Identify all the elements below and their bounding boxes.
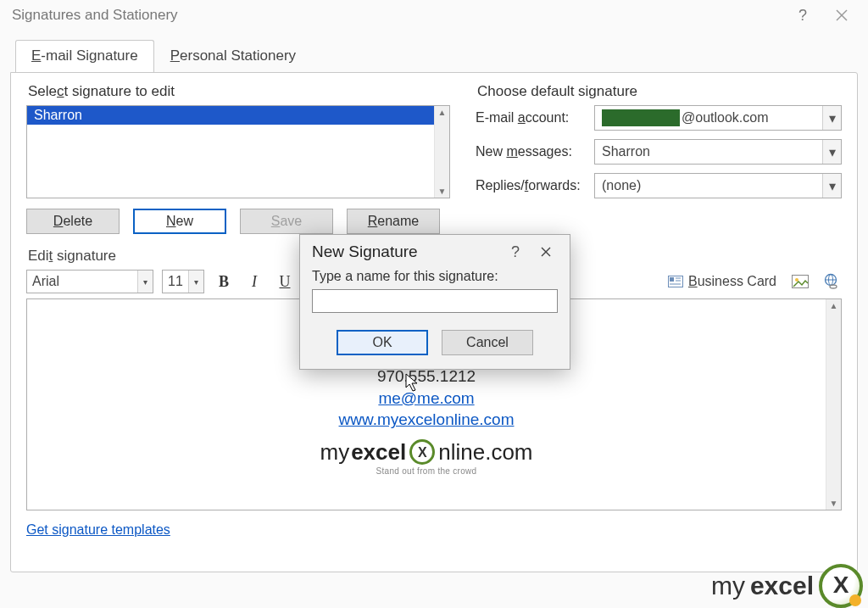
close-button[interactable] bbox=[822, 2, 861, 29]
get-templates-link[interactable]: Get signature templates bbox=[26, 522, 170, 537]
cancel-button[interactable]: Cancel bbox=[442, 330, 533, 355]
globe-link-icon bbox=[822, 273, 839, 290]
ok-button[interactable]: OK bbox=[337, 330, 428, 355]
chevron-down-icon[interactable]: ▾ bbox=[188, 271, 203, 293]
email-account-label: E-mail account: bbox=[476, 110, 586, 126]
dialog-prompt: Type a name for this signature: bbox=[312, 269, 558, 284]
chevron-down-icon[interactable]: ▾ bbox=[822, 140, 841, 164]
new-signature-dialog: New Signature ? Type a name for this sig… bbox=[299, 234, 570, 370]
tab-personal-stationery[interactable]: Personal Stationery bbox=[154, 40, 312, 73]
font-family-value: Arial bbox=[32, 274, 59, 289]
replies-forwards-label: Replies/forwards: bbox=[476, 178, 586, 193]
insert-hyperlink-button[interactable] bbox=[820, 271, 842, 293]
select-signature-label: Select signature to edit bbox=[28, 83, 450, 100]
signatures-window: Signatures and Stationery ? E-mail Signa… bbox=[0, 0, 868, 608]
titlebar: Signatures and Stationery ? bbox=[0, 0, 868, 31]
list-item[interactable]: Sharron bbox=[27, 106, 434, 125]
business-card-icon bbox=[668, 276, 683, 287]
email-account-combo[interactable]: @outlook.com ▾ bbox=[594, 105, 842, 131]
logo-right: nline.com bbox=[438, 438, 532, 467]
new-button[interactable]: New bbox=[133, 209, 226, 234]
listbox-scrollbar[interactable]: ▲ ▼ bbox=[434, 106, 449, 198]
help-button[interactable]: ? bbox=[783, 2, 822, 29]
new-messages-combo[interactable]: Sharron ▾ bbox=[594, 139, 842, 165]
editor-scrollbar[interactable]: ▲ ▼ bbox=[826, 299, 841, 510]
business-card-label: Business Card bbox=[688, 274, 776, 289]
tabstrip: E-mail Signature Personal Stationery bbox=[0, 39, 868, 72]
email-account-value: @outlook.com bbox=[682, 110, 769, 126]
watermark-logo: myexcel X bbox=[711, 564, 863, 608]
scroll-down-icon[interactable]: ▼ bbox=[438, 187, 447, 196]
tab-email-signature[interactable]: E-mail Signature bbox=[15, 40, 154, 73]
chevron-down-icon[interactable]: ▾ bbox=[822, 174, 841, 198]
scroll-up-icon[interactable]: ▲ bbox=[830, 301, 838, 310]
scroll-down-icon[interactable]: ▼ bbox=[830, 499, 838, 508]
delete-button[interactable]: Delete bbox=[26, 209, 120, 234]
picture-icon bbox=[792, 275, 809, 288]
watermark-left: my bbox=[711, 572, 745, 600]
rename-button[interactable]: Rename bbox=[347, 209, 440, 234]
underline-button[interactable]: U bbox=[274, 271, 296, 293]
dialog-close-button[interactable] bbox=[531, 239, 561, 265]
window-title: Signatures and Stationery bbox=[12, 7, 178, 24]
logo-mark-icon: X bbox=[409, 439, 435, 465]
new-messages-label: New messages: bbox=[476, 144, 586, 159]
insert-picture-button[interactable] bbox=[789, 271, 811, 293]
watermark-mark-icon: X bbox=[819, 564, 863, 608]
dialog-help-button[interactable]: ? bbox=[500, 239, 531, 265]
chevron-down-icon[interactable]: ▾ bbox=[822, 106, 841, 130]
svg-point-12 bbox=[830, 285, 837, 288]
save-button: Save bbox=[240, 209, 333, 234]
new-messages-value: Sharron bbox=[602, 144, 650, 159]
dialog-title: New Signature bbox=[312, 243, 418, 261]
font-size-combo[interactable]: 11 ▾ bbox=[162, 270, 204, 293]
editor-logo: myexcel X nline.com bbox=[320, 438, 532, 467]
watermark-right: excel bbox=[750, 572, 814, 600]
signature-listbox[interactable]: Sharron ▲ ▼ bbox=[26, 105, 450, 198]
chevron-down-icon[interactable]: ▾ bbox=[137, 271, 153, 293]
editor-tagline: Stand out from the crowd bbox=[36, 466, 817, 477]
business-card-button[interactable]: Business Card bbox=[664, 271, 781, 292]
replies-forwards-combo[interactable]: (none) ▾ bbox=[594, 173, 842, 198]
editor-url-link[interactable]: www.myexcelonline.com bbox=[339, 410, 515, 428]
choose-default-label: Choose default signature bbox=[477, 83, 842, 100]
editor-email-link[interactable]: me@me.com bbox=[378, 389, 474, 407]
replies-forwards-value: (none) bbox=[602, 178, 641, 193]
font-size-value: 11 bbox=[168, 274, 183, 289]
italic-button[interactable]: I bbox=[243, 271, 265, 293]
redacted-block bbox=[602, 109, 680, 126]
font-family-combo[interactable]: Arial ▾ bbox=[26, 270, 153, 293]
svg-rect-3 bbox=[670, 277, 674, 282]
bold-button[interactable]: B bbox=[213, 271, 235, 293]
svg-point-8 bbox=[795, 278, 798, 282]
signature-name-input[interactable] bbox=[312, 289, 558, 313]
scroll-up-icon[interactable]: ▲ bbox=[438, 108, 447, 117]
